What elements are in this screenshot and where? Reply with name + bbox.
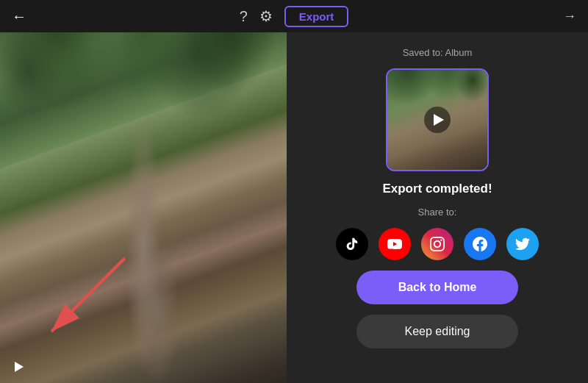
right-panel: Saved to: Album Export completed! Share … (287, 32, 588, 383)
header-right: → (563, 9, 576, 24)
back-to-home-button[interactable]: Back to Home (356, 271, 518, 304)
main-content: Saved to: Album Export completed! Share … (0, 32, 588, 383)
export-button[interactable]: Export (284, 6, 349, 27)
instagram-share-button[interactable] (421, 228, 453, 260)
social-share-row (336, 228, 539, 260)
header-center: ? ⚙ Export (240, 6, 349, 27)
forward-arrow-icon: → (563, 9, 576, 24)
header: ← ? ⚙ Export → (0, 0, 588, 32)
play-triangle-icon (15, 362, 24, 372)
share-label: Share to: (418, 207, 457, 218)
tree-overlay (0, 32, 287, 225)
youtube-share-button[interactable] (379, 228, 411, 260)
keep-editing-button[interactable]: Keep editing (356, 315, 518, 348)
video-background (0, 32, 287, 383)
tiktok-share-button[interactable] (336, 228, 368, 260)
play-icon (434, 114, 444, 126)
video-panel (0, 32, 287, 383)
back-arrow-icon[interactable]: ← (12, 8, 26, 25)
facebook-share-button[interactable] (464, 228, 496, 260)
export-completed-label: Export completed! (382, 182, 492, 196)
twitter-share-button[interactable] (506, 228, 539, 260)
thumbnail-play-icon (424, 107, 451, 133)
header-left: ← (12, 8, 26, 25)
play-button[interactable] (10, 358, 28, 376)
settings-icon[interactable]: ⚙ (259, 7, 273, 25)
video-thumbnail[interactable] (386, 68, 489, 171)
help-icon[interactable]: ? (240, 8, 248, 25)
saved-label: Saved to: Album (403, 47, 473, 58)
